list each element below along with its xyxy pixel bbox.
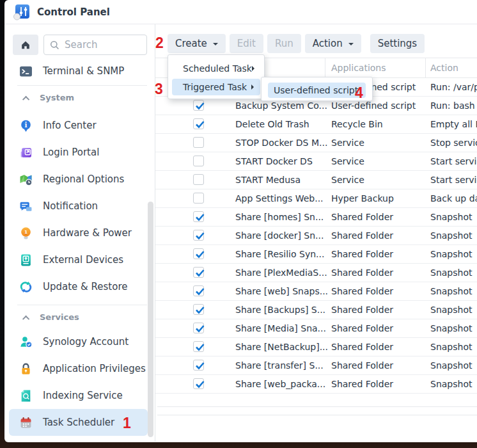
task-application: Service [331,134,427,152]
sidebar-item-notification[interactable]: Notification [9,193,148,220]
run-button[interactable]: Run [267,34,301,53]
table-footer-divider [157,415,477,415]
row-checkbox[interactable] [193,230,204,241]
notification-icon [19,200,33,213]
check-icon [194,267,206,279]
table-row[interactable]: Share [web_packa... Shared Folder Snapsh… [155,375,477,394]
row-checkbox[interactable] [193,156,204,166]
row-checkbox[interactable] [193,285,204,296]
sidebar-item-label: Info Center [43,120,97,131]
check-icon [194,248,206,260]
sidebar-item-synology-account[interactable]: Synology Account [9,328,148,355]
table-row[interactable]: Share [Backups] S... Shared Folder Snaps… [155,301,477,319]
sidebar-item-terminal-snmp[interactable]: Terminal & SNMP [9,60,148,83]
section-system[interactable]: System [4,86,155,109]
table-row[interactable]: App Settings Web... Hyper Backup Back up… [155,189,477,208]
table-row[interactable]: Share [Resilio Syn... Shared Folder Snap… [155,245,477,264]
row-checkbox[interactable] [193,211,204,222]
table-row[interactable]: START Docker DS Service Start servic [155,152,477,171]
external-drive-icon [19,253,33,267]
table-row[interactable]: START Medusa Service Start servic [155,171,477,189]
task-application: Shared Folder [331,319,427,337]
table-row[interactable]: Share [docker] Sn... Shared Folder Snaps… [155,227,477,245]
annotation-step-4: 4 [355,86,363,100]
settings-button[interactable]: Settings [370,34,425,53]
table-row[interactable]: Share [NetBackup]... Shared Folder Snaps… [155,338,477,356]
main-panel: Create Edit Run Action Settings Ap [155,24,477,442]
row-checkbox[interactable] [193,341,204,352]
task-action: Snapshot [430,319,477,337]
control-panel-window: Control Panel [4,0,477,442]
row-checkbox[interactable] [193,193,204,204]
action-button[interactable]: Action [305,34,361,53]
menu-item-scheduled-task[interactable]: Scheduled Task [168,60,264,77]
task-action: Snapshot [430,375,477,393]
task-action: Start servic [430,152,477,170]
update-restore-icon [19,280,33,294]
check-icon [194,100,206,112]
column-divider [325,58,325,78]
row-checkbox[interactable] [193,118,204,129]
search-box[interactable] [43,35,147,55]
task-action: Run: /var/p [430,78,477,96]
task-application: Service [331,152,427,170]
sidebar-item-update-restore[interactable]: Update & Restore [9,273,148,300]
row-checkbox[interactable] [193,304,204,315]
row-checkbox[interactable] [193,174,204,185]
row-checkbox[interactable] [193,378,204,389]
calendar-icon [19,416,33,429]
row-checkbox[interactable] [193,323,204,333]
row-checkbox[interactable] [193,267,204,278]
sidebar-item-label: Regional Options [43,173,124,185]
sidebar-item-info-center[interactable]: i Info Center [9,112,148,139]
check-icon [194,323,206,335]
sidebar-item-label: Task Scheduler [43,417,114,428]
task-name: Share [homes] Sn... [235,208,328,226]
menu-item-triggered-task[interactable]: Triggered Task [172,79,260,95]
create-button[interactable]: Create [168,34,226,53]
menu-item-user-defined-script[interactable]: User-defined script [268,83,366,98]
task-name: Share [Media] Sna... [235,319,328,337]
column-header-action[interactable]: Action [430,58,458,77]
table-row[interactable]: Share [homes] Sn... Shared Folder Snapsh… [155,208,477,227]
check-icon [194,304,206,316]
indexing-icon [19,389,33,403]
sidebar-item-regional-options[interactable]: Regional Options [9,166,148,193]
search-input[interactable] [65,39,141,51]
task-application: Service [331,171,427,189]
row-checkbox[interactable] [193,248,204,259]
column-header-applications[interactable]: Applications [331,58,386,77]
check-icon [194,211,206,223]
row-checkbox[interactable] [193,137,204,148]
table-row[interactable]: STOP Docker DS M... Service Stop servic [155,134,477,152]
sidebar-item-label: Terminal & SNMP [43,65,124,77]
home-button[interactable] [13,35,38,55]
sidebar-scrollbar[interactable] [148,202,153,437]
table-row[interactable]: Share [web] Snaps... Shared Folder Snaps… [155,282,477,301]
task-action: Snapshot [430,356,477,374]
row-checkbox[interactable] [193,360,204,371]
titlebar: Control Panel [4,0,477,24]
task-application: Shared Folder [331,208,427,226]
sidebar-item-label: Update & Restore [43,281,127,292]
task-action: Snapshot [430,301,477,319]
sidebar-item-indexing-service[interactable]: Indexing Service [9,382,148,409]
table-row[interactable]: Share [Media] Sna... Shared Folder Snaps… [155,319,477,338]
table-row[interactable]: Share [PlexMediaS... Shared Folder Snaps… [155,264,477,282]
sidebar-item-login-portal[interactable]: Login Portal [9,139,148,166]
table-row[interactable]: Delete Old Trash Recycle Bin Empty all R [155,115,477,134]
lock-icon [19,362,33,376]
table-row[interactable]: Share [transfer] S... Shared Folder Snap… [155,356,477,375]
row-checkbox[interactable] [193,100,204,111]
sidebar-item-hardware-power[interactable]: 1 Hardware & Power [9,220,148,246]
task-application: Recycle Bin [331,115,427,133]
section-services[interactable]: Services [4,305,155,328]
check-icon [194,378,206,390]
edit-button[interactable]: Edit [230,34,263,53]
sidebar-item-application-privileges[interactable]: Application Privileges [9,355,148,382]
chevron-down-icon [348,43,354,48]
svg-text:i: i [25,120,27,128]
task-action: Empty all R [430,115,477,133]
account-icon [19,335,33,349]
sidebar-item-external-devices[interactable]: External Devices [9,246,148,273]
